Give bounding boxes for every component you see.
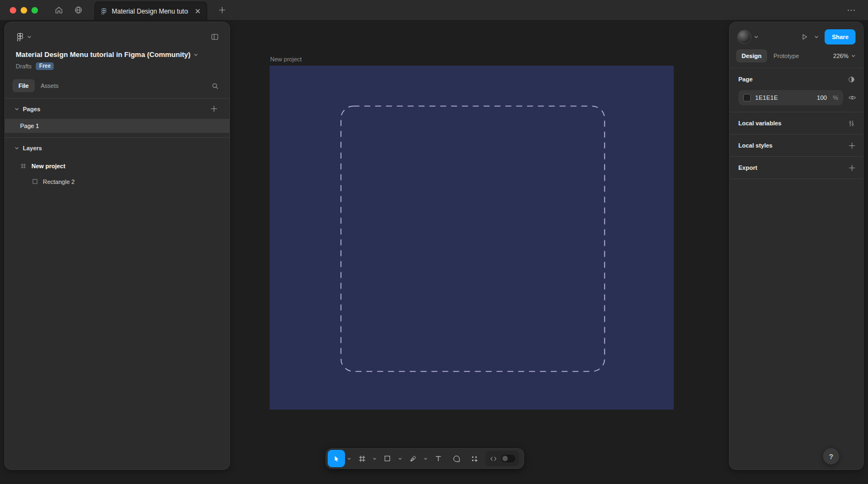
dev-mode-toggle[interactable]: [486, 451, 519, 466]
account-menu-chevron-icon[interactable]: [754, 35, 758, 39]
comment-icon: [452, 455, 461, 463]
chevron-down-icon: [424, 457, 427, 461]
export-section: Export: [730, 157, 863, 179]
page-item[interactable]: Page 1: [5, 119, 229, 133]
share-button[interactable]: Share: [825, 29, 856, 44]
present-options-chevron-icon[interactable]: [814, 35, 819, 39]
add-export-button[interactable]: [848, 164, 856, 171]
add-style-button[interactable]: [848, 142, 856, 149]
chevron-down-icon: [194, 53, 198, 57]
actions-icon: [470, 455, 478, 463]
actions-button[interactable]: [465, 450, 483, 467]
frame-name-label[interactable]: New project: [270, 56, 302, 62]
frame-tool-button[interactable]: [353, 450, 371, 467]
play-icon: [800, 33, 809, 41]
local-variables-section: Local variables: [730, 112, 863, 135]
move-tool-button[interactable]: [328, 450, 345, 467]
present-button[interactable]: [797, 30, 812, 44]
avatar[interactable]: [737, 30, 751, 44]
chevron-down-icon: [851, 54, 856, 58]
toggle-knob: [502, 456, 508, 461]
add-page-button[interactable]: [207, 102, 221, 116]
page-item-label: Page 1: [20, 123, 39, 129]
pen-icon: [409, 455, 417, 463]
pages-section-label: Pages: [23, 106, 40, 112]
frame-tool-menu-button[interactable]: [371, 450, 378, 467]
layer-label: New project: [31, 163, 65, 169]
export-label: Export: [738, 164, 757, 171]
sidebar-icon: [210, 33, 219, 41]
text-icon: [435, 455, 442, 462]
plus-icon: [848, 164, 856, 171]
frame-icon: [358, 455, 366, 463]
page-color-hex[interactable]: 1E1E1E: [755, 94, 813, 101]
eye-icon: [848, 93, 857, 102]
layer-item-frame[interactable]: New project: [5, 158, 229, 174]
opacity-unit: %: [833, 94, 838, 101]
plan-badge: Free: [36, 62, 54, 70]
chevron-down-icon[interactable]: [15, 107, 19, 111]
zoom-level: 226%: [833, 53, 848, 59]
tab-assets[interactable]: Assets: [35, 79, 65, 92]
toggle-visibility-button[interactable]: [848, 93, 857, 102]
color-swatch[interactable]: [743, 94, 751, 101]
file-title-menu[interactable]: Material Design Menu tutorial in Figma (…: [5, 46, 229, 59]
pen-tool-menu-button[interactable]: [422, 450, 429, 467]
chevron-down-icon[interactable]: [15, 146, 19, 150]
left-sidebar: Material Design Menu tutorial in Figma (…: [4, 22, 230, 470]
drafts-breadcrumb[interactable]: Drafts: [16, 63, 31, 69]
comment-tool-button[interactable]: [448, 450, 465, 467]
code-icon: [489, 455, 497, 463]
page-section-label: Page: [738, 76, 752, 82]
layers-section-label: Layers: [23, 145, 42, 151]
help-button[interactable]: ?: [823, 448, 839, 464]
local-styles-label: Local styles: [738, 142, 773, 149]
tab-file[interactable]: File: [12, 79, 35, 92]
layer-label: Rectangle 2: [43, 179, 75, 185]
page-section: Page 1E1E1E 100 %: [730, 68, 863, 112]
zoom-menu-button[interactable]: 226%: [833, 53, 856, 59]
search-button[interactable]: [208, 79, 222, 93]
text-tool-button[interactable]: [430, 450, 447, 467]
square-icon: [384, 455, 391, 462]
pen-tool-button[interactable]: [404, 450, 422, 467]
local-styles-section: Local styles: [730, 135, 863, 157]
dev-mode-switch[interactable]: [501, 455, 515, 462]
search-icon: [211, 82, 219, 90]
right-sidebar: Share Design Prototype 226% Page 1E1E1E …: [729, 22, 864, 470]
tab-design[interactable]: Design: [736, 49, 767, 62]
plus-icon: [210, 105, 218, 112]
page-color-input[interactable]: 1E1E1E 100 %: [738, 90, 843, 105]
layers-section-header: Layers: [5, 138, 229, 158]
chevron-down-icon: [398, 457, 402, 461]
main-menu-button[interactable]: [16, 33, 31, 41]
plus-icon: [848, 142, 856, 149]
figma-logo-icon: [16, 33, 24, 41]
layer-item-rectangle[interactable]: Rectangle 2: [5, 174, 229, 189]
local-variables-button[interactable]: Local variables: [730, 112, 863, 134]
cursor-icon: [333, 455, 341, 463]
dashed-rectangle[interactable]: [340, 105, 605, 372]
chevron-down-icon: [373, 457, 376, 461]
frame-icon: [20, 163, 27, 169]
collapse-sidebar-button[interactable]: [208, 30, 222, 44]
appearance-button[interactable]: [847, 75, 856, 84]
sliders-icon: [847, 119, 856, 128]
shape-tool-menu-button[interactable]: [397, 450, 404, 467]
chevron-down-icon: [27, 35, 31, 39]
rectangle-icon: [32, 179, 38, 184]
tab-prototype[interactable]: Prototype: [768, 49, 805, 62]
local-variables-label: Local variables: [738, 120, 782, 126]
tools-toolbar: [326, 448, 524, 469]
chevron-down-icon: [347, 457, 351, 461]
file-title: Material Design Menu tutorial in Figma (…: [16, 50, 190, 59]
pages-section-header: Pages: [5, 99, 229, 119]
move-tool-menu-button[interactable]: [346, 450, 353, 467]
page-color-opacity[interactable]: 100: [817, 94, 827, 101]
half-circle-icon: [847, 75, 856, 84]
shape-tool-button[interactable]: [379, 450, 396, 467]
